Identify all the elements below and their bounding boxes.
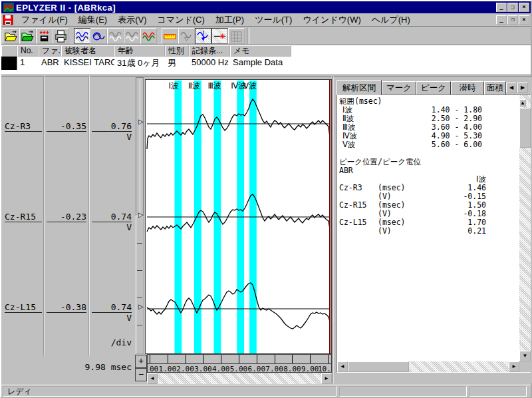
range-row: Ⅴ波5.60 - 6.00 bbox=[339, 140, 517, 149]
header-file[interactable]: ファ... bbox=[39, 45, 61, 57]
menu-command[interactable]: コマンド(C) bbox=[152, 13, 210, 27]
scrollbar-corner bbox=[519, 361, 531, 372]
header-recording[interactable]: 記録条... bbox=[189, 45, 230, 57]
time-tick-label: 2.00 bbox=[176, 365, 196, 373]
waves-red-green-icon bbox=[142, 29, 156, 43]
grid-icon bbox=[229, 29, 243, 43]
scroll-left-icon[interactable]: ◄ bbox=[337, 361, 348, 372]
open-file-button[interactable] bbox=[3, 28, 19, 44]
channel-amplitude[interactable]: 0.76 bbox=[92, 121, 132, 132]
tab-scroll-right-icon[interactable]: ▶ bbox=[517, 83, 528, 93]
toolbar-separator bbox=[247, 28, 249, 44]
header-name[interactable]: 被験者名 bbox=[61, 45, 114, 57]
open-file-2-button[interactable] bbox=[19, 28, 36, 44]
measure-ruler-button[interactable] bbox=[162, 28, 178, 44]
mdi-minimize-icon[interactable]: _ bbox=[496, 15, 507, 25]
scroll-up-icon[interactable]: ▲ bbox=[519, 99, 526, 106]
close-icon[interactable]: × bbox=[519, 3, 529, 12]
tab-analysis-range[interactable]: 解析区間 bbox=[336, 80, 382, 95]
channel-amplitude[interactable]: 0.74 bbox=[92, 302, 132, 313]
grid-button[interactable] bbox=[228, 28, 245, 44]
mdi-restore-icon[interactable]: ❐ bbox=[507, 15, 518, 25]
panel-vertical-scrollbar[interactable]: ▲ ▼ bbox=[519, 95, 531, 361]
display-xy-button[interactable] bbox=[90, 28, 107, 44]
status-cell bbox=[469, 386, 527, 397]
cell-sex: 男 bbox=[165, 57, 189, 70]
range-value: 5.60 - 6.00 bbox=[419, 140, 482, 149]
channel-amplitude[interactable]: 0.74 bbox=[92, 212, 132, 222]
mdi-close-icon[interactable]: × bbox=[519, 15, 529, 25]
menu-edit[interactable]: 編集(E) bbox=[73, 13, 112, 27]
scroll-left-icon[interactable]: ◄ bbox=[147, 373, 158, 384]
channel-name[interactable]: Cz-R3 bbox=[5, 121, 42, 132]
channel-unit: V bbox=[92, 222, 132, 232]
header-age[interactable]: 年齢 bbox=[114, 45, 165, 57]
time-tick bbox=[275, 355, 275, 363]
menu-tools[interactable]: ツール(T) bbox=[249, 13, 297, 27]
peak-mark-disabled-button[interactable] bbox=[178, 28, 195, 44]
menu-help[interactable]: ヘルプ(H) bbox=[366, 13, 416, 27]
scroll-right-icon[interactable]: ► bbox=[321, 373, 332, 384]
zoom-in-button[interactable]: + bbox=[135, 355, 147, 368]
channel-latency[interactable]: -0.35 bbox=[47, 121, 86, 132]
channel-latency[interactable]: -0.38 bbox=[47, 302, 86, 313]
tab-area[interactable]: 面積 bbox=[484, 81, 506, 95]
row-selector[interactable] bbox=[1, 57, 17, 70]
channel-name[interactable]: Cz-R15 bbox=[5, 212, 42, 222]
scroll-right-icon[interactable]: ► bbox=[509, 361, 519, 372]
channel-latency[interactable]: -0.23 bbox=[47, 212, 86, 222]
time-tick-label: 8.00 bbox=[282, 365, 302, 373]
print-button[interactable] bbox=[53, 28, 69, 44]
wave-band-label: Ⅴ波 bbox=[243, 81, 257, 92]
scrollbar-thumb[interactable] bbox=[348, 361, 409, 372]
vertical-scrollbar-thumb[interactable] bbox=[136, 216, 144, 354]
header-no[interactable]: No. bbox=[17, 45, 39, 57]
waves-disabled-a-button[interactable] bbox=[107, 28, 124, 44]
tab-peak[interactable]: ピーク bbox=[416, 81, 451, 95]
wave-triangle-blue-icon bbox=[196, 29, 210, 43]
baseline-marker-icon[interactable]: ▷ bbox=[138, 211, 144, 218]
append-data-button[interactable] bbox=[36, 28, 53, 44]
display-overlay-button[interactable] bbox=[140, 28, 157, 44]
tab-latency[interactable]: 潜時 bbox=[451, 81, 484, 95]
analysis-text: 範囲(msec) Ⅰ波1.40 - 1.80 Ⅱ波2.50 - 2.90 Ⅲ波3… bbox=[339, 97, 517, 236]
waves-icon bbox=[75, 29, 89, 43]
horizontal-scrollbar[interactable]: ◄ ► bbox=[147, 373, 332, 384]
header-selector[interactable] bbox=[1, 45, 17, 57]
menu-file[interactable]: ファイル(F) bbox=[16, 13, 73, 27]
menu-bar: ファイル(F) 編集(E) 表示(V) コマンド(C) 加工(P) ツール(T)… bbox=[1, 13, 531, 27]
baseline-marker-icon[interactable]: ▷ bbox=[138, 118, 144, 125]
baseline-marker-icon[interactable]: ▷ bbox=[138, 303, 144, 310]
menu-view[interactable]: 表示(V) bbox=[112, 13, 152, 27]
scroll-down-icon[interactable]: ▼ bbox=[519, 351, 531, 361]
range-row: Ⅳ波4.90 - 5.30 bbox=[339, 132, 517, 140]
channel-name[interactable]: Cz-L15 bbox=[5, 302, 42, 313]
zoom-out-button[interactable]: − bbox=[135, 368, 147, 381]
header-memo[interactable]: メモ bbox=[230, 45, 291, 57]
status-cell bbox=[339, 386, 467, 397]
app-icon bbox=[3, 3, 14, 12]
menu-process[interactable]: 加工(P) bbox=[210, 13, 249, 27]
peak-value: 0.21 bbox=[420, 227, 486, 236]
header-sex[interactable]: 性別 bbox=[165, 45, 189, 57]
tab-mark[interactable]: マーク bbox=[382, 81, 416, 95]
cell-age: 31歳 0ヶ月 bbox=[114, 57, 165, 70]
open-folder-icon bbox=[4, 29, 18, 43]
toolbar bbox=[1, 27, 531, 45]
window-title: EPLYZER II - [ABRkca] bbox=[16, 3, 116, 13]
marker-line-button[interactable] bbox=[211, 28, 228, 44]
maximize-icon[interactable]: ❑ bbox=[507, 3, 518, 12]
scrollbar-thumb[interactable] bbox=[519, 108, 531, 148]
channel-unit: V bbox=[92, 313, 132, 323]
menu-window[interactable]: ウインドウ(W) bbox=[297, 13, 366, 27]
peak-mark-button[interactable] bbox=[195, 28, 211, 44]
tab-scroll-left-icon[interactable]: ◀ bbox=[506, 83, 517, 93]
minimize-icon[interactable]: _ bbox=[496, 3, 507, 12]
time-tick bbox=[310, 355, 311, 363]
waveform-canvas[interactable] bbox=[145, 79, 332, 354]
table-row[interactable]: 1 ABR KISSEI TARO 31歳 0ヶ月 男 50000 Hz Sam… bbox=[1, 57, 531, 70]
time-tick bbox=[257, 355, 257, 363]
display-waves-button[interactable] bbox=[74, 28, 90, 44]
panel-horizontal-scrollbar[interactable]: ◄ ► bbox=[337, 361, 519, 372]
waves-disabled-b-button[interactable] bbox=[124, 28, 140, 44]
